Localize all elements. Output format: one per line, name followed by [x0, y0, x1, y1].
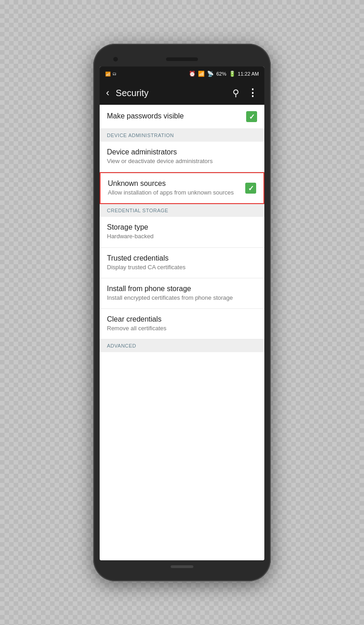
phone-speaker	[166, 57, 198, 61]
device-admin-header: DEVICE ADMINISTRATION	[100, 129, 264, 142]
clear-credentials-item[interactable]: Clear credentials Remove all certificate…	[100, 309, 264, 339]
trusted-credentials-item[interactable]: Trusted credentials Display trusted CA c…	[100, 248, 264, 278]
clear-credentials-subtitle: Remove all certificates	[107, 324, 257, 333]
make-passwords-visible-item[interactable]: Make passwords visible	[100, 105, 264, 129]
unknown-sources-text: Unknown sources Allow installation of ap…	[108, 179, 242, 197]
device-admin-title: Device administrators	[107, 148, 257, 156]
unknown-sources-title: Unknown sources	[108, 179, 242, 188]
storage-type-title: Storage type	[107, 223, 257, 231]
sd-icon: 🗂	[112, 72, 116, 76]
clear-credentials-title: Clear credentials	[107, 315, 257, 323]
home-button[interactable]	[171, 565, 193, 568]
install-storage-text: Install from phone storage Install encry…	[107, 285, 257, 302]
trusted-credentials-text: Trusted credentials Display trusted CA c…	[107, 254, 257, 272]
clear-credentials-text: Clear credentials Remove all certificate…	[107, 315, 257, 333]
storage-type-item[interactable]: Storage type Hardware-backed	[100, 217, 264, 247]
phone-camera	[113, 57, 118, 61]
alarm-icon: ⏰	[189, 71, 196, 77]
battery-icon: 🔋	[229, 71, 236, 77]
device-admin-text: Device administrators View or deactivate…	[107, 148, 257, 165]
battery-percentage: 62%	[216, 71, 226, 77]
more-options-button[interactable]: ⋮	[248, 87, 258, 99]
advanced-header: ADVANCED	[100, 339, 264, 352]
page-title: Security	[116, 88, 233, 98]
search-button[interactable]: ⚲	[233, 87, 239, 98]
unknown-sources-checkbox[interactable]	[245, 183, 256, 194]
make-passwords-title: Make passwords visible	[107, 112, 243, 120]
install-storage-title: Install from phone storage	[107, 285, 257, 293]
status-right-icons: ⏰ 📶 📡 62% 🔋 11:22 AM	[189, 71, 259, 77]
make-passwords-text: Make passwords visible	[107, 112, 243, 121]
storage-type-text: Storage type Hardware-backed	[107, 223, 257, 241]
settings-content: Make passwords visible DEVICE ADMINISTRA…	[100, 105, 264, 560]
phone-screen: 📶 🗂 ⏰ 📶 📡 62% 🔋 11:22 AM ‹ Security ⚲ ⋮	[100, 67, 264, 560]
storage-type-subtitle: Hardware-backed	[107, 232, 257, 241]
toolbar-actions: ⚲ ⋮	[233, 87, 258, 99]
status-bar: 📶 🗂 ⏰ 📶 📡 62% 🔋 11:22 AM	[100, 67, 264, 81]
device-administrators-item[interactable]: Device administrators View or deactivate…	[100, 142, 264, 172]
trusted-credentials-subtitle: Display trusted CA certificates	[107, 263, 257, 272]
device-admin-subtitle: View or deactivate device administrators	[107, 157, 257, 165]
clock: 11:22 AM	[238, 71, 259, 77]
phone-frame: 📶 🗂 ⏰ 📶 📡 62% 🔋 11:22 AM ‹ Security ⚲ ⋮	[93, 44, 271, 581]
sim-icon: 📶	[105, 72, 111, 77]
unknown-sources-subtitle: Allow installation of apps from unknown …	[108, 189, 242, 197]
toolbar: ‹ Security ⚲ ⋮	[100, 81, 264, 105]
install-storage-subtitle: Install encrypted certificates from phon…	[107, 294, 257, 302]
unknown-sources-item[interactable]: Unknown sources Allow installation of ap…	[100, 172, 264, 204]
make-passwords-checkbox[interactable]	[246, 111, 257, 122]
wifi-icon: 📶	[198, 71, 205, 77]
phone-bottom	[100, 560, 264, 573]
install-from-phone-storage-item[interactable]: Install from phone storage Install encry…	[100, 278, 264, 309]
back-button[interactable]: ‹	[106, 87, 109, 99]
credential-storage-header: CREDENTIAL STORAGE	[100, 204, 264, 217]
signal-icon: 📡	[207, 71, 214, 77]
trusted-credentials-title: Trusted credentials	[107, 254, 257, 262]
phone-top-bar	[100, 52, 264, 67]
status-left-icons: 📶 🗂	[105, 72, 116, 77]
